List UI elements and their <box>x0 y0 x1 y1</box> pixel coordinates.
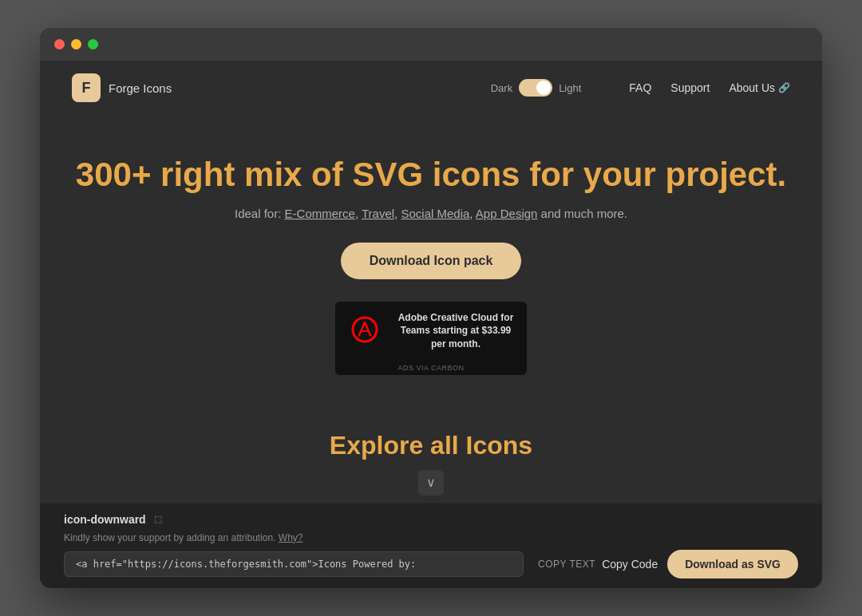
nav-faq[interactable]: FAQ <box>629 81 651 94</box>
ad-footer: ADS VIA CARBON <box>335 361 527 375</box>
attribution-note: Kindly show your support by adding an at… <box>64 532 798 543</box>
dark-label: Dark <box>491 82 512 94</box>
ad-banner: Adobe Creative Cloud for Teams starting … <box>335 302 527 375</box>
hero-subtitle: Ideal for: E-Commerce, Travel, Social Me… <box>72 207 790 220</box>
download-icon-pack-button[interactable]: Download Icon pack <box>341 243 522 279</box>
action-buttons: Copy Code Download as SVG <box>602 550 798 578</box>
copy-text-button[interactable]: COPY TEXT <box>532 559 602 570</box>
subtitle-link-appdesign[interactable]: App Design <box>476 207 538 220</box>
light-label: Light <box>559 82 581 94</box>
hero-title: 300+ right mix of SVG icons for your pro… <box>72 155 790 195</box>
close-button[interactable] <box>54 39 65 49</box>
external-link-icon: 🔗 <box>778 82 790 93</box>
logo-text: Forge Icons <box>109 81 172 95</box>
copy-code-button[interactable]: Copy Code <box>602 558 658 571</box>
explore-title: Explore all Icons <box>72 431 790 460</box>
external-icon: ⬚ <box>154 514 162 524</box>
download-svg-button[interactable]: Download as SVG <box>667 550 798 578</box>
bottom-row: <a href="https://icons.theforgesmith.com… <box>64 550 798 578</box>
nav-links: FAQ Support About Us 🔗 <box>629 81 790 94</box>
icon-name-label: icon-downward <box>64 513 146 526</box>
titlebar <box>40 28 822 61</box>
maximize-button[interactable] <box>88 39 98 49</box>
minimize-button[interactable] <box>71 39 81 49</box>
browser-window: F Forge Icons Dark Light FAQ Support Abo… <box>40 28 822 588</box>
code-snippet: <a href="https://icons.theforgesmith.com… <box>64 551 524 577</box>
attribution-top: icon-downward ⬚ <box>64 513 798 526</box>
subtitle-link-social[interactable]: Social Media <box>401 207 469 220</box>
explore-section: Explore all Icons ∨ <box>40 415 822 503</box>
navbar: F Forge Icons Dark Light FAQ Support Abo… <box>40 61 822 115</box>
page-content: F Forge Icons Dark Light FAQ Support Abo… <box>40 61 822 588</box>
toggle-knob <box>536 81 551 95</box>
logo-area: F Forge Icons <box>72 73 172 102</box>
nav-about[interactable]: About Us 🔗 <box>729 81 790 94</box>
theme-toggle: Dark Light <box>491 79 582 97</box>
theme-toggle-switch[interactable] <box>519 79 552 97</box>
ad-content: Adobe Creative Cloud for Teams starting … <box>335 302 527 361</box>
hero-section: 300+ right mix of SVG icons for your pro… <box>40 115 822 415</box>
ad-text: Adobe Creative Cloud for Teams starting … <box>394 311 517 351</box>
code-row: <a href="https://icons.theforgesmith.com… <box>64 551 602 577</box>
why-link[interactable]: Why? <box>279 532 303 543</box>
subtitle-link-ecommerce[interactable]: E-Commerce <box>285 207 355 220</box>
chevron-down-icon[interactable]: ∨ <box>418 470 444 496</box>
adobe-icon <box>345 311 385 351</box>
attribution-bar: icon-downward ⬚ Kindly show your support… <box>40 503 822 588</box>
logo-icon: F <box>72 73 101 102</box>
subtitle-link-travel[interactable]: Travel <box>362 207 394 220</box>
nav-support[interactable]: Support <box>670 81 710 94</box>
